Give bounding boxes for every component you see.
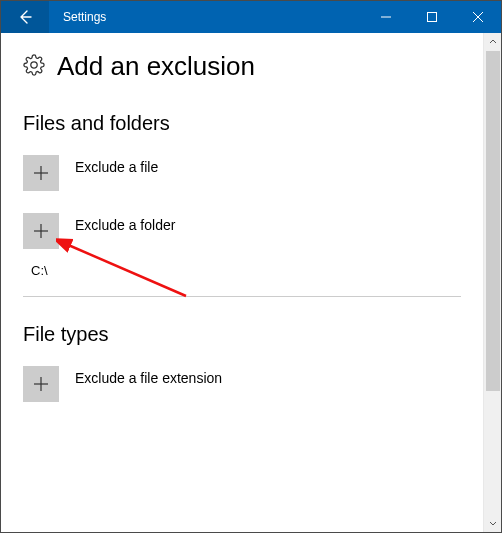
section-divider [23,296,461,297]
vertical-scrollbar[interactable] [483,33,501,532]
window-title: Settings [63,10,363,24]
section-files-folders-header: Files and folders [23,112,461,135]
content: Add an exclusion Files and folders Exclu… [1,33,483,532]
close-icon [473,12,483,22]
exclude-folder-row: Exclude a folder [23,213,461,249]
plus-icon [32,164,50,182]
chevron-down-icon [489,519,497,527]
close-button[interactable] [455,1,501,33]
svg-rect-1 [428,13,437,22]
exclude-file-button[interactable] [23,155,59,191]
window-controls [363,1,501,33]
maximize-button[interactable] [409,1,455,33]
scroll-down-button[interactable] [484,514,501,532]
gear-icon [23,54,45,80]
scroll-up-button[interactable] [484,33,501,51]
content-wrap: Add an exclusion Files and folders Exclu… [1,33,501,532]
plus-icon [32,375,50,393]
back-arrow-icon [16,8,34,26]
page-header: Add an exclusion [23,51,461,82]
back-button[interactable] [1,1,49,33]
settings-window: Settings Add an exclusion Files and fold… [0,0,502,533]
minimize-button[interactable] [363,1,409,33]
exclude-file-row: Exclude a file [23,155,461,191]
section-file-types-header: File types [23,323,461,346]
scrollbar-thumb[interactable] [486,51,500,391]
exclude-file-label: Exclude a file [75,159,158,175]
maximize-icon [427,12,437,22]
plus-icon [32,222,50,240]
exclude-extension-row: Exclude a file extension [23,366,461,402]
exclude-folder-button[interactable] [23,213,59,249]
existing-exclusion[interactable]: C:\ [31,263,461,278]
titlebar: Settings [1,1,501,33]
page-title: Add an exclusion [57,51,255,82]
exclude-extension-label: Exclude a file extension [75,370,222,386]
chevron-up-icon [489,38,497,46]
exclude-extension-button[interactable] [23,366,59,402]
minimize-icon [381,12,391,22]
exclude-folder-label: Exclude a folder [75,217,175,233]
